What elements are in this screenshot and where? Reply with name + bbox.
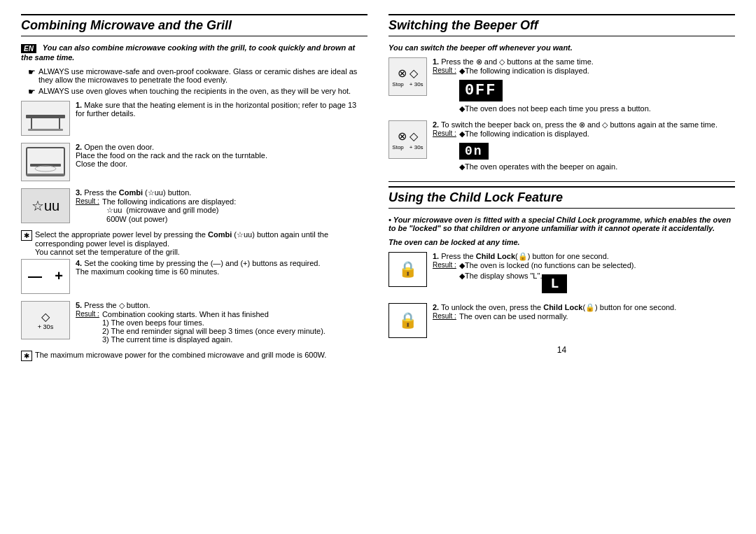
step-3-icon: ☆uu: [21, 188, 70, 223]
right-section2-title: Using the Child Lock Feature: [388, 186, 735, 209]
right-column: Switching the Beeper Off You can switch …: [388, 14, 735, 361]
step-4-content: 4. Set the cooking time by pressing the …: [76, 259, 368, 276]
childlock-step-2-result: Result : The oven can be used normally.: [433, 312, 735, 321]
beeper-step-2-result: Result : ◆ The following indication is d…: [433, 129, 735, 173]
right-section2-intro: • Your microwave oven is fitted with a s…: [388, 216, 735, 232]
step-2-row: 2. Open the oven door.Place the food on …: [21, 143, 368, 181]
button-pair-2: ⊗ ◇ Stop + 30s: [392, 129, 423, 150]
beeper-result-text-2b: The oven operates with the beeper on aga…: [465, 162, 617, 171]
step-4-text: Set the cooking time by pressing the (—)…: [76, 259, 320, 276]
beeper-step-1-content: 1. Press the ⊗ and ◇ buttons at the same…: [433, 57, 735, 115]
lock-symbol-2: 🔒: [398, 311, 417, 330]
step-1-content: 1. Make sure that the heating element is…: [76, 101, 368, 118]
step-5-result: Result : Combination cooking starts. Whe…: [76, 310, 368, 344]
left-intro-block: EN You can also combine microwave cookin…: [21, 43, 368, 62]
diamond-2a: ◆: [459, 129, 465, 139]
beeper-step-1-result: Result : ◆ The following indication is d…: [433, 66, 735, 115]
btn-label-2: Stop + 30s: [392, 144, 423, 150]
beeper-step-2-text: To switch the beeper back on, press the …: [441, 120, 718, 129]
footer-note-icon: ✱: [21, 351, 32, 361]
step-4-icon: — +: [21, 259, 70, 294]
bullet-arrow-2: ☛: [28, 87, 36, 97]
section2-intro-text: •: [388, 216, 391, 224]
childlock-result-text-1a: The oven is locked (no functions can be …: [465, 261, 636, 269]
childlock-step-1-row: 🔒 1. Press the Child Lock(🔒) button for …: [388, 252, 735, 297]
stop-icon: ⊗: [398, 66, 407, 80]
btn-icons-2: ⊗ ◇: [398, 129, 418, 143]
step-3-note-text: Select the appropriate power level by pr…: [35, 230, 368, 256]
bullet-text-2: ALWAYS use oven gloves when touching the…: [38, 87, 351, 95]
on-display: 0n: [459, 140, 617, 162]
step-4-row: — + 4. Set the cooking time by pressing …: [21, 259, 368, 294]
off-display: 0FF: [459, 77, 651, 104]
beeper-step-1-row: ⊗ ◇ Stop + 30s 1. Press the ⊗ and ◇ butt…: [388, 57, 735, 115]
plus30s-icon-1: ◇: [410, 66, 418, 80]
beeper-step-1-number: 1.: [433, 57, 439, 66]
svg-rect-7: [27, 174, 64, 176]
en-badge: EN: [21, 44, 36, 53]
left-section-title: Combining Microwave and the Grill: [21, 14, 368, 36]
childlock-step-1-result-label: Result :: [433, 261, 456, 297]
beeper-result-text-1a: The following indication is displayed.: [465, 66, 589, 75]
lock-symbol-1: 🔒: [398, 260, 417, 279]
diamond-cl-1b: ◆: [459, 272, 465, 281]
step-5-icon: ◇ + 30s: [21, 301, 70, 339]
childlock-step-1-content: 1. Press the Child Lock(🔒) button for on…: [433, 252, 735, 297]
childlock-step-2-text: To unlock the oven, press the Child Lock…: [441, 303, 676, 311]
left-column: Combining Microwave and the Grill EN You…: [21, 14, 368, 361]
childlock-step-2-row: 🔒 2. To unlock the oven, press the Child…: [388, 303, 735, 338]
step-3-number: 3.: [76, 188, 82, 197]
step-3-content: 3. Press the Combi (☆uu) button. Result …: [76, 188, 368, 223]
step-1-text: Make sure that the heating element is in…: [76, 101, 356, 118]
beeper-step-1-text: Press the ⊗ and ◇ buttons at the same ti…: [441, 57, 594, 66]
step-5-text: Press the ◇ button.: [84, 301, 150, 309]
beeper-result-text-2a: The following indication is displayed.: [465, 129, 589, 138]
section2-intro-body: Your microwave oven is fitted with a spe…: [388, 216, 731, 232]
beeper-step-2-icon: ⊗ ◇ Stop + 30s: [388, 120, 427, 159]
step-1-row: 1. Make sure that the heating element is…: [21, 101, 368, 136]
step-5-result-label: Result :: [76, 310, 99, 344]
left-intro-text: You can also combine microwave cooking w…: [21, 43, 355, 62]
step-3-result-text: The following indications are displayed:…: [102, 197, 236, 223]
left-bullets: ☛ ALWAYS use microwave-safe and oven-pro…: [28, 67, 368, 97]
beeper-step-1-result-items: ◆ The following indication is displayed.…: [459, 66, 651, 115]
footer-note-text: The maximum microwave power for the comb…: [35, 351, 326, 359]
diamond-1b: ◆: [459, 104, 465, 113]
on-display-box: 0n: [459, 143, 489, 160]
childlock-step-2-content: 2. To unlock the oven, press the Child L…: [433, 303, 735, 321]
left-footer-note: ✱ The maximum microwave power for the co…: [21, 351, 368, 361]
right-section1-title: Switching the Beeper Off: [388, 14, 735, 36]
beeper-step-1-icon: ⊗ ◇ Stop + 30s: [388, 57, 427, 96]
stop-label: Stop: [392, 81, 403, 87]
lock-icon-2: 🔒: [388, 303, 427, 338]
page-layout: Combining Microwave and the Grill EN You…: [21, 14, 735, 361]
note-icon-3: ✱: [21, 230, 32, 241]
step-2-icon: [21, 143, 70, 181]
step-5-result-items: Combination cooking starts. When it has …: [102, 310, 326, 344]
step-5-row: ◇ + 30s 5. Press the ◇ button. Result : …: [21, 301, 368, 344]
bullet-item-1: ☛ ALWAYS use microwave-safe and oven-pro…: [28, 67, 368, 84]
childlock-step-2-result-label: Result :: [433, 312, 456, 321]
childlock-step-1-result-items: ◆ The oven is locked (no functions can b…: [459, 261, 636, 297]
minus-symbol: —: [28, 268, 42, 284]
beeper-step-2-result-items: ◆ The following indication is displayed.…: [459, 129, 617, 173]
childlock-step-1-number: 1.: [433, 252, 439, 260]
step-4-number: 4.: [76, 259, 82, 267]
right-section1-intro: You can switch the beeper off whenever y…: [388, 43, 735, 52]
step-3-note: ✱ Select the appropriate power level by …: [21, 230, 368, 256]
beeper-step-2-number: 2.: [433, 120, 439, 129]
beeper-step-2-content: 2. To switch the beeper back on, press t…: [433, 120, 735, 173]
section-divider: [388, 181, 735, 182]
childlock-step-2-number: 2.: [433, 303, 439, 311]
btn-icons-1: ⊗ ◇: [398, 66, 418, 80]
step-3-result: Result : The following indications are d…: [76, 197, 368, 223]
diamond-2b: ◆: [459, 162, 465, 171]
stop-icon-2: ⊗: [398, 129, 407, 143]
childlock-result-text-1b: The display shows "L".: [465, 272, 542, 280]
stop-label-2: Stop: [392, 144, 403, 150]
step-1-number: 1.: [76, 101, 82, 109]
step-5-number: 5.: [76, 301, 82, 309]
childlock-result-1b: ◆ The display shows "L". L: [459, 272, 636, 296]
step-1-icon: [21, 101, 70, 136]
svg-rect-3: [28, 129, 63, 131]
